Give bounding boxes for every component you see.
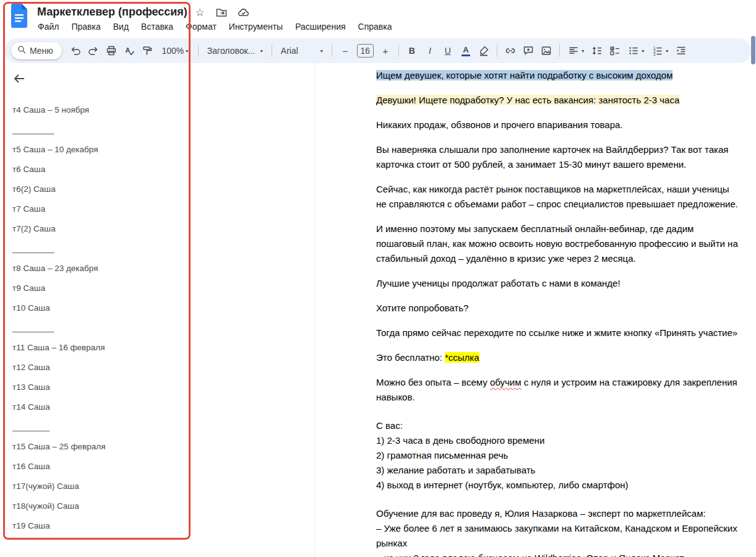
- insert-link-icon[interactable]: [502, 43, 518, 59]
- search-menu-label: Меню: [30, 46, 53, 56]
- chevron-down-icon: ▾: [582, 48, 584, 54]
- outline-item[interactable]: _________: [0, 317, 186, 337]
- doc-text-segment: *ссылка: [445, 352, 479, 363]
- align-select[interactable]: ▾: [565, 43, 587, 59]
- doc-text-segment: Лучшие ученицы продолжат работать с нами…: [376, 278, 621, 288]
- zoom-value: 100%: [161, 46, 184, 56]
- zoom-select[interactable]: 100% ▾: [157, 43, 193, 59]
- doc-text-segment: Сейчас, как никогда растёт рынок поставщ…: [376, 184, 738, 209]
- outline-item[interactable]: т18(чужой) Саша: [0, 496, 186, 516]
- numbered-list-select[interactable]: 1 2 3 ▾: [649, 43, 671, 59]
- doc-paragraph: Никаких продаж, обзвонов и прочего впари…: [376, 118, 740, 132]
- paragraph-style-value: Заголовок...: [207, 46, 256, 56]
- outline-item[interactable]: _________: [0, 119, 186, 139]
- move-folder-icon[interactable]: [215, 6, 228, 19]
- doc-paragraph: Сейчас, как никогда растёт рынок поставщ…: [376, 182, 740, 212]
- toolbar-divider: [332, 45, 332, 57]
- outline-item[interactable]: т11 Саша – 16 февраля: [0, 337, 186, 357]
- spellcheck-icon[interactable]: A: [121, 43, 137, 59]
- outline-item[interactable]: _________: [0, 238, 186, 258]
- menu-item[interactable]: Вставка: [137, 20, 178, 33]
- text-color-icon: A: [462, 46, 470, 56]
- checklist-icon[interactable]: [607, 43, 623, 59]
- outline-item[interactable]: т15 Саша – 25 февраля: [0, 436, 186, 456]
- doc-text-segment: С вас:1) 2-3 часа в день свободного врем…: [376, 420, 629, 490]
- font-size-input[interactable]: 16: [357, 44, 374, 58]
- outline-item[interactable]: т13 Саша: [0, 377, 186, 397]
- doc-paragraph: Ищем девушек, которые хотят найти подраб…: [376, 68, 740, 83]
- toolbar-divider: [198, 45, 199, 57]
- menu-item[interactable]: Правка: [67, 20, 105, 33]
- google-docs-logo-icon[interactable]: [10, 3, 28, 30]
- star-icon[interactable]: ☆: [193, 6, 207, 19]
- doc-text-segment: Можно без опыта – всему: [376, 377, 490, 387]
- text-color-button[interactable]: A: [458, 43, 474, 59]
- search-icon: [17, 45, 26, 56]
- outline-item[interactable]: т4 Саша – 5 ноября: [0, 100, 186, 119]
- outline-item[interactable]: т7(2) Саша: [0, 218, 186, 238]
- paragraph-style-select[interactable]: Заголовок... ▾: [204, 43, 267, 59]
- bold-button[interactable]: B: [404, 43, 420, 59]
- toolbar-divider: [559, 45, 560, 57]
- line-spacing-icon[interactable]: [589, 43, 605, 59]
- outline-item[interactable]: т7 Саша: [0, 199, 186, 218]
- outline-item[interactable]: т17(чужой) Саша: [0, 476, 186, 496]
- doc-text-segment: Девушки! Ищете подработку? У нас есть ва…: [376, 95, 679, 105]
- outline-item[interactable]: т10 Саша: [0, 298, 186, 317]
- outline-item[interactable]: т5 Саша – 10 декабря: [0, 139, 186, 159]
- menu-bar: ФайлПравкаВидВставкаФорматИнструментыРас…: [33, 20, 396, 33]
- doc-paragraph: Тогда прямо сейчас переходите по ссылке …: [376, 326, 740, 340]
- menu-item[interactable]: Инструменты: [225, 20, 287, 33]
- outline-item[interactable]: т6 Саша: [0, 159, 186, 179]
- toolbar-divider: [497, 45, 497, 57]
- doc-paragraph: Можно без опыта – всему обучим с нуля и …: [376, 375, 740, 405]
- outline-item[interactable]: т8 Саша – 23 декабря: [0, 258, 186, 278]
- doc-text-segment: И именно поэтому мы запускаем бесплатный…: [376, 223, 738, 264]
- doc-paragraph: С вас:1) 2-3 часа в день свободного врем…: [376, 418, 740, 493]
- outline-item[interactable]: т12 Саша: [0, 357, 186, 377]
- add-comment-icon[interactable]: [520, 43, 536, 59]
- insert-image-icon[interactable]: [538, 43, 554, 59]
- chevron-down-icon: ▾: [666, 48, 668, 54]
- outline-item[interactable]: т14 Саша: [0, 397, 186, 417]
- decrease-indent-icon[interactable]: [673, 43, 689, 59]
- undo-icon[interactable]: [67, 43, 84, 59]
- scrollbar-thumb[interactable]: [751, 36, 755, 64]
- close-outline-arrow-icon[interactable]: [12, 72, 26, 88]
- menu-item[interactable]: Формат: [181, 20, 221, 33]
- svg-text:A: A: [125, 46, 130, 54]
- doc-text-segment: Тогда прямо сейчас переходите по ссылке …: [376, 327, 737, 338]
- chevron-down-icon: ▾: [260, 48, 263, 54]
- doc-text-segment: Хотите попробовать?: [376, 303, 468, 313]
- decrease-font-size-button[interactable]: −: [337, 43, 353, 59]
- document-text-area[interactable]: Ищем девушек, которые хотят найти подраб…: [376, 68, 740, 557]
- outline-item[interactable]: т9 Саша: [0, 278, 186, 298]
- font-family-select[interactable]: Arial ▾: [277, 43, 327, 59]
- title-actions: ☆: [193, 6, 250, 19]
- document-page: Ищем девушек, которые хотят найти подраб…: [315, 63, 751, 557]
- chevron-down-icon: ▾: [320, 48, 323, 54]
- cloud-status-icon[interactable]: [236, 6, 250, 19]
- doc-paragraph: Обучение для вас проведу я, Юлия Назарко…: [376, 506, 740, 557]
- outline-item[interactable]: т16 Саша: [0, 456, 186, 476]
- highlight-color-icon[interactable]: [476, 43, 492, 59]
- doc-text-segment: Ищем девушек, которые хотят найти подраб…: [376, 70, 672, 80]
- bulleted-list-select[interactable]: ▾: [625, 43, 647, 59]
- svg-text:3: 3: [653, 52, 656, 56]
- redo-icon[interactable]: [85, 43, 101, 59]
- menu-item[interactable]: Справка: [354, 20, 397, 33]
- outline-item[interactable]: ________: [0, 417, 186, 436]
- menu-item[interactable]: Файл: [33, 20, 63, 33]
- doc-text-segment: Никаких продаж, обзвонов и прочего впари…: [376, 119, 623, 130]
- outline-item[interactable]: т19 Саша: [0, 516, 186, 535]
- menu-item[interactable]: Вид: [109, 20, 133, 33]
- menu-item[interactable]: Расширения: [291, 20, 350, 33]
- document-title[interactable]: Маркетклевер (профессия): [37, 6, 187, 19]
- underline-button[interactable]: U: [440, 43, 456, 59]
- italic-button[interactable]: I: [422, 43, 438, 59]
- print-icon[interactable]: [103, 43, 119, 59]
- paint-format-icon[interactable]: [139, 43, 155, 59]
- search-menu-button[interactable]: Меню: [11, 42, 62, 59]
- outline-item[interactable]: т6(2) Саша: [0, 179, 186, 199]
- increase-font-size-button[interactable]: +: [377, 43, 393, 59]
